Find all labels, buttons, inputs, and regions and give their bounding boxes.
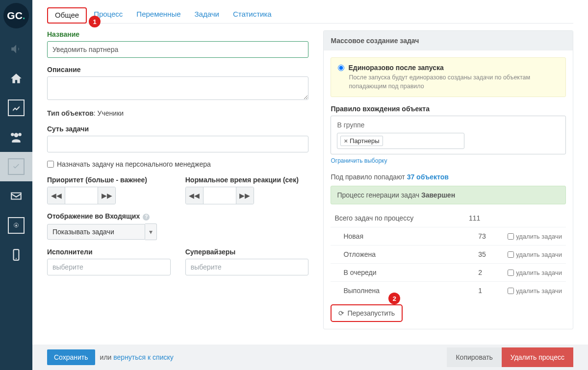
priority-stepper[interactable]: ◀◀ ▶▶ bbox=[47, 187, 116, 204]
speaker-icon[interactable] bbox=[0, 34, 32, 64]
rule-label: Правило вхождения объекта bbox=[331, 105, 566, 113]
supervisors-input[interactable]: выберите bbox=[185, 259, 309, 275]
logo-dot: . bbox=[23, 10, 26, 22]
footer: Сохранить или вернуться к списку Копиров… bbox=[32, 345, 588, 370]
row-done-del-checkbox[interactable] bbox=[508, 288, 514, 294]
reaction-label: Нормальное время реакции (сек) bbox=[185, 176, 309, 184]
tag-remove-icon[interactable]: × bbox=[344, 137, 348, 145]
row-new-val: 73 bbox=[478, 232, 508, 240]
left-column: Название Описание Тип объектов: Ученики … bbox=[47, 30, 308, 329]
save-button[interactable]: Сохранить bbox=[47, 349, 95, 365]
inbox-label: Отображение во Входящих? bbox=[47, 212, 308, 221]
panel-header: Массовое создание задач bbox=[324, 31, 573, 50]
chart-icon[interactable] bbox=[0, 93, 32, 123]
sidebar: GC. bbox=[0, 0, 32, 370]
row-new-label: Новая bbox=[334, 232, 478, 240]
desc-textarea[interactable] bbox=[47, 76, 308, 100]
executors-label: Исполнители bbox=[47, 248, 171, 256]
row-postponed-val: 35 bbox=[478, 250, 508, 258]
priority-value[interactable] bbox=[65, 187, 98, 204]
row-queue-del-checkbox[interactable] bbox=[508, 270, 514, 276]
tab-general[interactable]: Общее bbox=[47, 7, 87, 24]
chevron-down-icon[interactable]: ▾ bbox=[145, 223, 157, 240]
row-postponed-del-checkbox[interactable] bbox=[508, 251, 514, 258]
refresh-icon: ⟳ bbox=[338, 309, 344, 317]
gen-status: Процесс генерации задач Завершен bbox=[331, 186, 566, 204]
once-radio[interactable] bbox=[338, 65, 344, 71]
once-label: Единоразово после запуска bbox=[348, 64, 443, 72]
row-done-label: Выполнена bbox=[334, 287, 478, 295]
desc-label: Описание bbox=[47, 66, 308, 74]
name-input[interactable] bbox=[47, 41, 308, 58]
inbox-select[interactable]: Показывать задачи bbox=[47, 224, 145, 240]
rule-group-label: В группе bbox=[337, 121, 560, 129]
name-label: Название bbox=[47, 30, 308, 38]
row-done-val: 1 bbox=[478, 287, 508, 295]
users-icon[interactable] bbox=[0, 123, 32, 152]
tag-partners: ×Партнеры bbox=[340, 136, 383, 146]
back-link[interactable]: вернуться к списку bbox=[113, 353, 173, 361]
home-icon[interactable] bbox=[0, 64, 32, 93]
limit-link[interactable]: Ограничить выборку bbox=[331, 157, 387, 164]
essence-label: Суть задачи bbox=[47, 125, 308, 133]
total-label: Всего задач по процессу bbox=[334, 214, 469, 222]
assign-pm-checkbox[interactable] bbox=[47, 161, 54, 168]
reaction-value[interactable] bbox=[204, 187, 236, 204]
logo-g: G bbox=[7, 10, 15, 22]
priority-dec-icon[interactable]: ◀◀ bbox=[48, 187, 65, 204]
svg-point-2 bbox=[16, 258, 17, 259]
logo: GC. bbox=[3, 3, 29, 28]
badge-1: 1 bbox=[89, 16, 101, 27]
tab-vars[interactable]: Переменные bbox=[129, 7, 187, 23]
delete-button[interactable]: Удалить процесс bbox=[502, 347, 573, 367]
reaction-stepper[interactable]: ◀◀ ▶▶ bbox=[185, 187, 254, 204]
once-desc: После запуска будут единоразово созданы … bbox=[349, 74, 559, 91]
priority-label: Приоритет (больше - важнее) bbox=[47, 176, 171, 184]
obj-type-label: Тип объектов bbox=[47, 109, 94, 117]
mobile-icon[interactable] bbox=[0, 240, 32, 270]
settings-box-icon[interactable] bbox=[0, 211, 32, 240]
total-value: 111 bbox=[469, 214, 498, 222]
supervisors-label: Супервайзеры bbox=[185, 248, 309, 256]
tabs: Общее Процесс Переменные Задачи Статисти… bbox=[47, 0, 573, 24]
rule-count: Под правило попадают 37 объектов bbox=[331, 173, 566, 181]
right-column: Массовое создание задач Единоразово посл… bbox=[323, 30, 573, 329]
row-new-del-checkbox[interactable] bbox=[508, 233, 514, 240]
restart-button[interactable]: ⟳ Перезапустить bbox=[331, 304, 403, 322]
executors-input[interactable]: выберите bbox=[47, 259, 171, 275]
reaction-dec-icon[interactable]: ◀◀ bbox=[186, 187, 204, 204]
svg-point-0 bbox=[15, 224, 17, 226]
rule-box: В группе ×Партнеры bbox=[331, 116, 566, 154]
tasks-icon[interactable] bbox=[0, 152, 32, 181]
reaction-inc-icon[interactable]: ▶▶ bbox=[236, 187, 254, 204]
help-icon[interactable]: ? bbox=[143, 214, 150, 221]
stats-table: Всего задач по процессу 111 Новая 73 уда… bbox=[331, 209, 566, 299]
mass-panel: Массовое создание задач Единоразово посл… bbox=[323, 30, 573, 329]
essence-input[interactable] bbox=[47, 136, 308, 152]
assign-pm-label: Назначать задачу на персонального менедж… bbox=[57, 160, 211, 168]
tab-tasks[interactable]: Задачи bbox=[188, 7, 226, 23]
tab-stats[interactable]: Статистика bbox=[226, 7, 279, 23]
copy-button[interactable]: Копировать bbox=[447, 347, 501, 367]
row-queue-val: 2 bbox=[478, 269, 508, 276]
launch-mode-box: Единоразово после запуска После запуска … bbox=[331, 57, 566, 97]
logo-c: C bbox=[15, 10, 23, 22]
badge-2: 2 bbox=[388, 293, 400, 304]
main-content: Общее Процесс Переменные Задачи Статисти… bbox=[32, 0, 588, 345]
obj-type-value: Ученики bbox=[98, 109, 124, 117]
row-queue-label: В очереди bbox=[334, 269, 478, 276]
rule-tag-input[interactable]: ×Партнеры bbox=[337, 133, 464, 149]
mail-icon[interactable] bbox=[0, 181, 32, 211]
priority-inc-icon[interactable]: ▶▶ bbox=[98, 187, 115, 204]
row-postponed-label: Отложена bbox=[334, 250, 478, 258]
objects-link[interactable]: 37 объектов bbox=[407, 173, 449, 181]
